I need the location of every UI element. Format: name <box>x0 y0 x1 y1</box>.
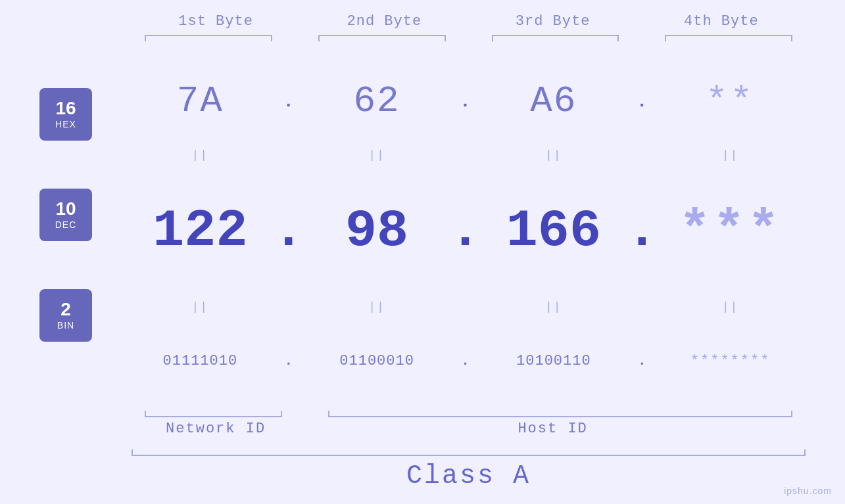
eq2-4: || <box>655 300 806 313</box>
watermark: ipshu.com <box>784 486 832 496</box>
dec-num: 10 <box>55 199 76 219</box>
bin-dot-2: . <box>452 353 479 369</box>
byte-headers: 1st Byte 2nd Byte 3rd Byte 4th Byte <box>39 13 806 30</box>
byte-header-2: 2nd Byte <box>300 13 468 30</box>
network-host-labels: Network ID Host ID <box>132 421 806 437</box>
hex-cell-1: 7A <box>125 80 276 122</box>
bin-val-3: 10100110 <box>516 353 591 369</box>
top-bracket-4 <box>652 35 806 44</box>
bin-val-1: 01111010 <box>163 353 238 369</box>
hex-row: 7A . 62 . A6 . ** <box>125 57 806 145</box>
bin-row: 01111010 . 01100010 . 10100110 . *******… <box>125 317 806 405</box>
hex-dot-2: . <box>452 91 479 112</box>
byte-header-4: 4th Byte <box>637 13 806 30</box>
hex-val-2: 62 <box>354 80 400 122</box>
bin-cell-2: 01100010 <box>302 353 452 369</box>
equals-row-1: || || || || <box>125 145 806 165</box>
hex-cell-4: ** <box>655 80 806 122</box>
dec-val-1: 122 <box>153 201 247 261</box>
eq1-3: || <box>479 149 629 162</box>
bin-dot-3: . <box>629 353 655 369</box>
bin-val-4: ******** <box>690 353 771 369</box>
dec-label: DEC <box>55 219 77 230</box>
hex-val-3: A6 <box>530 80 577 122</box>
hex-num: 16 <box>55 99 76 119</box>
top-bracket-3 <box>479 35 633 44</box>
dec-val-3: 166 <box>506 201 601 261</box>
dec-cell-4: *** <box>655 201 806 261</box>
eq1-1: || <box>125 149 276 162</box>
base-labels: 16 HEX 10 DEC 2 BIN <box>39 57 125 405</box>
top-brackets <box>39 35 806 44</box>
top-bracket-2 <box>305 35 459 44</box>
dec-dot-3: . <box>629 201 655 261</box>
bin-val-2: 01100010 <box>339 353 414 369</box>
hex-badge: 16 HEX <box>39 88 92 141</box>
content-area: 16 HEX 10 DEC 2 BIN 7A . 62 <box>39 57 806 405</box>
byte-header-1: 1st Byte <box>132 13 300 30</box>
hex-cell-2: 62 <box>302 80 452 122</box>
hex-cell-3: A6 <box>479 80 629 122</box>
bin-cell-4: ******** <box>655 353 806 369</box>
hex-val-4: ** <box>706 80 755 122</box>
dec-row: 122 . 98 . 166 . *** <box>125 165 806 297</box>
hex-label: HEX <box>55 119 76 129</box>
dec-cell-1: 122 <box>125 201 276 261</box>
hex-val-1: 7A <box>177 80 224 122</box>
dec-cell-3: 166 <box>479 201 629 261</box>
value-columns: 7A . 62 . A6 . ** || || <box>125 57 806 405</box>
eq2-3: || <box>479 300 629 313</box>
dec-dot-1: . <box>276 201 302 261</box>
bottom-brackets <box>132 408 806 417</box>
equals-row-2: || || || || <box>125 297 806 317</box>
eq1-2: || <box>302 149 452 162</box>
eq1-4: || <box>655 149 806 162</box>
dec-dot-2: . <box>452 201 479 261</box>
class-label: Class A <box>132 461 806 491</box>
bin-label: BIN <box>57 320 74 331</box>
eq2-2: || <box>302 300 452 313</box>
long-bracket <box>132 447 806 456</box>
bottom-section: Network ID Host ID Class A <box>39 408 806 491</box>
host-id-label: Host ID <box>300 421 806 437</box>
byte-header-3: 3rd Byte <box>469 13 637 30</box>
bot-bracket-1 <box>132 408 295 417</box>
hex-dot-3: . <box>629 91 655 112</box>
dec-cell-2: 98 <box>302 201 452 261</box>
bin-num: 2 <box>60 300 71 320</box>
bin-badge: 2 BIN <box>39 289 92 342</box>
bin-dot-1: . <box>276 353 302 369</box>
dec-val-4: *** <box>679 201 782 261</box>
top-bracket-1 <box>132 35 285 44</box>
bot-bracket-host <box>315 408 806 417</box>
bin-cell-3: 10100110 <box>479 353 629 369</box>
hex-dot-1: . <box>276 91 302 112</box>
eq2-1: || <box>125 300 276 313</box>
bin-cell-1: 01111010 <box>125 353 276 369</box>
dec-val-2: 98 <box>345 201 408 261</box>
dec-badge: 10 DEC <box>39 189 92 241</box>
network-id-label: Network ID <box>132 421 300 437</box>
main-container: 1st Byte 2nd Byte 3rd Byte 4th Byte 16 H… <box>0 0 845 504</box>
